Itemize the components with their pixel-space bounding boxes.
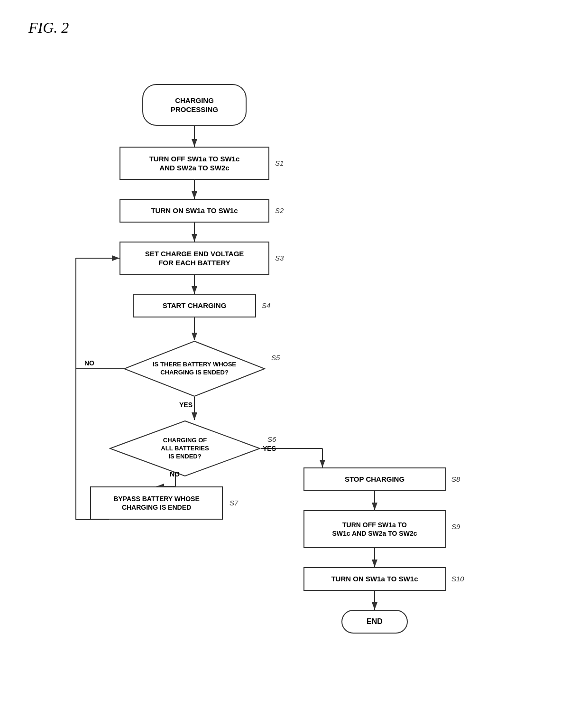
label-s1: S1 xyxy=(275,159,284,167)
step-s1: TURN OFF SW1a TO SW1c AND SW2a TO SW2c xyxy=(119,147,269,180)
step-s6: CHARGING OFALL BATTERIESIS ENDED? xyxy=(109,420,261,477)
s6-no-label: NO xyxy=(170,470,180,478)
step-s4: START CHARGING xyxy=(133,294,256,317)
step-s2: TURN ON SW1a TO SW1c xyxy=(119,199,269,223)
s6-yes-label: YES xyxy=(263,445,276,452)
fig-title: FIG. 2 xyxy=(28,19,560,37)
step-s5: IS THERE BATTERY WHOSECHARGING IS ENDED? xyxy=(123,340,266,397)
s5-yes-label: YES xyxy=(179,401,193,409)
label-s6: S6 xyxy=(267,435,276,443)
flowchart: CHARGING PROCESSING TURN OFF SW1a TO SW1… xyxy=(28,56,550,709)
label-s7: S7 xyxy=(230,499,238,507)
label-s2: S2 xyxy=(275,206,284,215)
end-node: END xyxy=(341,610,408,634)
label-s10: S10 xyxy=(451,575,464,583)
label-s5: S5 xyxy=(271,354,280,362)
step-s9: TURN OFF SW1a TO SW1c AND SW2a TO SW2c xyxy=(303,510,446,548)
step-s8: STOP CHARGING xyxy=(303,467,446,491)
step-s10: TURN ON SW1a TO SW1c xyxy=(303,567,446,591)
s5-no-label: NO xyxy=(84,359,94,367)
label-s3: S3 xyxy=(275,254,284,262)
step-s7: BYPASS BATTERY WHOSE CHARGING IS ENDED xyxy=(90,486,223,520)
step-s3: SET CHARGE END VOLTAGE FOR EACH BATTERY xyxy=(119,242,269,275)
label-s8: S8 xyxy=(451,475,460,483)
start-node: CHARGING PROCESSING xyxy=(142,84,247,126)
label-s9: S9 xyxy=(451,522,460,531)
label-s4: S4 xyxy=(262,301,270,309)
